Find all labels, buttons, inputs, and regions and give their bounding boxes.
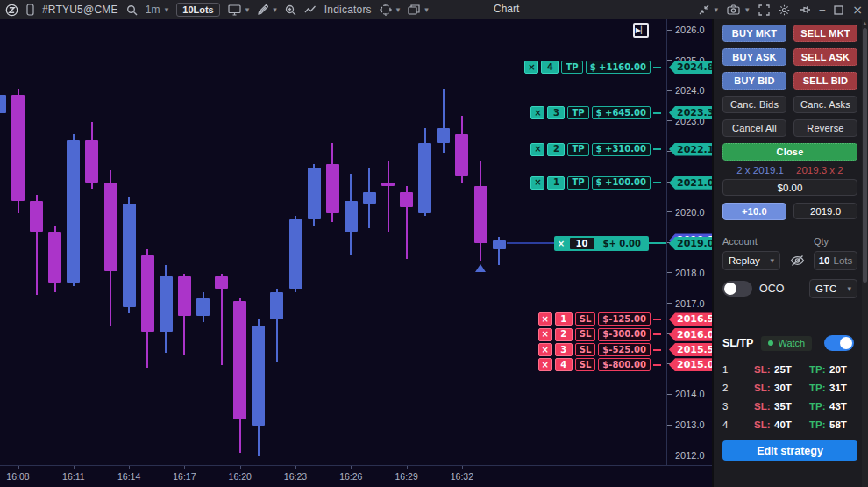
order-cancel-button[interactable]: × <box>530 143 544 156</box>
tif-select[interactable]: GTC ▾ <box>809 279 857 298</box>
minimize-icon[interactable]: – <box>820 4 826 16</box>
candle <box>270 292 283 319</box>
indicators-icon[interactable] <box>304 4 317 15</box>
candle <box>141 255 154 332</box>
watch-badge[interactable]: Watch <box>761 336 812 351</box>
maximize-icon[interactable] <box>834 5 843 15</box>
sltp-toggle[interactable] <box>824 335 854 351</box>
pin-icon[interactable] <box>799 4 811 15</box>
strategy-row[interactable]: 2SL:30TTP:31T <box>722 378 857 397</box>
lots-badge[interactable]: 10Lots <box>176 3 219 17</box>
draw-tool-caret-icon[interactable]: ▾ <box>273 5 277 14</box>
sl-order-marker[interactable]: ×4SL$-800.00 <box>538 358 661 372</box>
panel-scrollbar[interactable]: ▲ <box>862 19 868 487</box>
crosshair-caret-icon[interactable]: ▾ <box>396 5 401 14</box>
price-offset-button[interactable]: +10.0 <box>722 203 786 220</box>
goto-realtime-button[interactable]: ▶▏ <box>633 23 649 38</box>
strategy-row-number: 4 <box>722 419 754 430</box>
time-tick <box>18 466 19 469</box>
strategy-row[interactable]: 1SL:25TTP:20T <box>722 360 857 378</box>
sl-order-marker[interactable]: ×3SL$-525.00 <box>538 343 661 357</box>
tp-price-tag[interactable]: 2023.3 <box>669 106 712 119</box>
tp-order-marker[interactable]: ×1TP$ +100.00 <box>530 175 661 190</box>
camera-icon[interactable] <box>727 4 740 15</box>
sell-mkt-button[interactable]: SELL MKT <box>793 25 857 42</box>
trading-app-window: #RTYU5@CME 1m ▾ 10Lots ▾ ▾ Indicators <box>0 0 868 487</box>
app-logo-icon[interactable] <box>5 4 18 17</box>
candle <box>233 301 246 419</box>
buy-bid-button[interactable]: BUY BID <box>722 72 786 90</box>
sell-bid-button[interactable]: SELL BID <box>793 72 857 90</box>
monitor-icon[interactable] <box>228 4 241 16</box>
indicators-button[interactable]: Indicators <box>324 4 372 16</box>
scrollbar-up-icon[interactable]: ▲ <box>862 20 868 25</box>
order-quantity: 1 <box>555 312 573 326</box>
time-tick <box>129 466 130 469</box>
sl-order-marker[interactable]: ×1SL$-125.00 <box>538 312 661 326</box>
price-tick-dash <box>667 425 672 426</box>
sl-price-tag[interactable]: 2016.5 <box>669 312 712 326</box>
chart-plot-area[interactable]: ▶▏ ×4TP$ +1160.00×3TP$ +645.00×2TP$ +310… <box>0 19 666 465</box>
sl-price-tag[interactable]: 2015.0 <box>669 358 712 371</box>
order-cancel-button[interactable]: × <box>538 343 552 356</box>
timeframe-caret-icon[interactable]: ▾ <box>165 5 169 14</box>
buy-mkt-button[interactable]: BUY MKT <box>722 25 786 42</box>
crosshair-icon[interactable] <box>380 4 392 16</box>
close-window-icon[interactable]: × <box>852 3 863 17</box>
sl-price-tag[interactable]: 2016.0 <box>669 328 712 341</box>
settings-gear-icon[interactable] <box>779 4 790 16</box>
strategy-row[interactable]: 3SL:35TTP:43T <box>722 397 857 415</box>
buy-ask-button[interactable]: BUY ASK <box>722 48 786 66</box>
order-type-badge: TP <box>567 106 588 119</box>
symbol-name[interactable]: #RTYU5@CME <box>42 4 118 16</box>
order-cancel-button[interactable]: × <box>538 312 552 326</box>
zoom-in-icon[interactable] <box>285 4 296 16</box>
time-axis[interactable]: 16:0816:1116:1416:1716:2016:2316:2616:29… <box>0 465 712 487</box>
collapse-icon[interactable] <box>699 4 709 15</box>
oco-toggle[interactable] <box>722 281 752 297</box>
position-close-button[interactable]: × <box>556 239 567 248</box>
qty-input[interactable]: 10 Lots <box>814 251 857 270</box>
tp-price-tag[interactable]: 2024.8 <box>669 61 712 74</box>
tp-order-marker[interactable]: ×3TP$ +645.00 <box>530 106 661 120</box>
tp-order-marker[interactable]: ×4TP$ +1160.00 <box>524 61 661 75</box>
fullscreen-icon[interactable] <box>758 4 770 16</box>
sell-ask-button[interactable]: SELL ASK <box>793 48 857 66</box>
draw-tool-icon[interactable] <box>257 4 268 16</box>
mobile-panel-icon[interactable] <box>26 4 34 16</box>
price-field[interactable]: 2019.0 <box>793 203 857 219</box>
tp-order-marker[interactable]: ×2TP$ +310.00 <box>530 142 661 156</box>
templates-icon[interactable] <box>408 4 420 15</box>
reverse-button[interactable]: Reverse <box>793 119 857 137</box>
camera-caret-icon[interactable]: ▾ <box>745 5 750 14</box>
order-cancel-button[interactable]: × <box>524 61 538 74</box>
sl-price-tag[interactable]: 2015.5 <box>669 343 712 356</box>
edit-strategy-button[interactable]: Edit strategy <box>722 440 857 461</box>
price-axis[interactable]: 2026.02025.02024.02023.02022.02021.02020… <box>666 19 712 487</box>
eye-off-icon[interactable] <box>790 254 805 267</box>
order-cancel-button[interactable]: × <box>538 358 552 371</box>
scrollbar-thumb[interactable] <box>863 28 867 283</box>
templates-caret-icon[interactable]: ▾ <box>424 5 429 14</box>
sl-order-marker[interactable]: ×2SL$-300.00 <box>538 327 661 341</box>
cancel-asks-button[interactable]: Canc. Asks <box>793 96 857 113</box>
tp-price-tag[interactable]: 2021.0 <box>669 176 712 190</box>
cancel-bids-button[interactable]: Canc. Bids <box>722 96 786 113</box>
collapse-caret-icon[interactable]: ▾ <box>715 5 719 14</box>
cancel-all-button[interactable]: Cancel All <box>722 119 786 137</box>
timeframe-selector[interactable]: 1m <box>146 4 160 16</box>
tp-price-tag[interactable]: 2022.1 <box>669 143 712 156</box>
monitor-caret-icon[interactable]: ▾ <box>245 5 250 14</box>
time-tick <box>407 466 408 469</box>
account-select[interactable]: Replay ▾ <box>722 251 780 270</box>
pnl-field[interactable]: $0.00 <box>722 179 857 196</box>
order-cancel-button[interactable]: × <box>530 106 544 119</box>
close-position-button[interactable]: Close <box>722 143 857 161</box>
order-cancel-button[interactable]: × <box>530 176 544 190</box>
position-marker[interactable]: ×10$+ 0.00 <box>554 236 650 251</box>
symbol-search-icon[interactable] <box>126 4 138 16</box>
strategy-row[interactable]: 4SL:40TTP:58T <box>722 415 857 433</box>
sl-value: 30T <box>774 383 809 393</box>
tp-value: 43T <box>829 401 847 412</box>
order-cancel-button[interactable]: × <box>538 328 552 341</box>
